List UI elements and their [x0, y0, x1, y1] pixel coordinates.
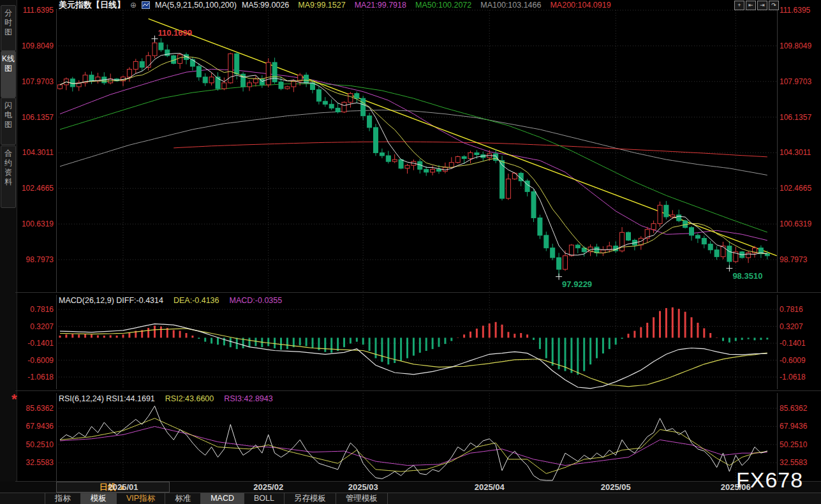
- axis-label: 0.7816: [780, 305, 803, 314]
- alert-icon: *: [11, 391, 17, 408]
- bottom-toolbar: 指标模板VIP指标标准MACDBOLL另存模板管理模板: [0, 493, 821, 504]
- indicator-value-label: MA21:99.7918: [355, 1, 406, 10]
- rsi-header: RSI(6,12,24) RSI1:44.1691RSI2:43.6600RSI…: [59, 394, 273, 403]
- axis-label: 106.1357: [780, 113, 811, 122]
- xaxis-row: 日线 ▲ 2025/012025/022025/032025/042025/05…: [0, 482, 821, 493]
- indicator-value-label: DEA:-0.4136: [174, 296, 219, 305]
- shift-right-icon[interactable]: ⇥: [757, 1, 767, 10]
- tab-template[interactable]: 模板: [81, 493, 117, 504]
- tab-standard[interactable]: 标准: [165, 493, 201, 504]
- panel-separator: [15, 292, 821, 293]
- axis-label: -0.6009: [27, 356, 54, 365]
- axis-label: 98.7973: [780, 255, 807, 264]
- axis-label: 102.4665: [22, 184, 54, 193]
- chart-header: 美元指数【日线】 ⊕ MA(5,9,21,50,100,200) MA5:99.…: [59, 1, 611, 10]
- expand-icon[interactable]: ⊕: [130, 1, 137, 10]
- indicator-value-label: RSI2:43.6600: [165, 394, 214, 403]
- month-label: 2025/03: [348, 482, 378, 492]
- rsi-chart-canvas[interactable]: [56, 393, 778, 481]
- tab-manage-template[interactable]: 管理模板: [336, 493, 388, 504]
- axis-label: -0.1401: [27, 339, 54, 348]
- svg-text:97.9229: 97.9229: [562, 279, 592, 289]
- axis-label: 104.3011: [780, 148, 811, 157]
- ma-settings-label: MA(5,9,21,50,100,200): [155, 1, 237, 10]
- axis-label: 111.6395: [23, 6, 54, 15]
- indicator-value-label: MACD(26,12,9) DIFF:-0.4314: [59, 296, 163, 305]
- panel-separator: [15, 390, 821, 391]
- axis-label: 106.1357: [22, 113, 54, 122]
- indicator-value-label: RSI3:42.8943: [224, 394, 272, 403]
- axis-label: 67.9436: [780, 422, 807, 431]
- indicator-value-label: MA5:99.0026: [242, 1, 289, 10]
- axis-label: -1.0618: [780, 373, 806, 382]
- axis-label: 107.9703: [22, 77, 54, 86]
- axis-label: 100.6319: [780, 219, 811, 228]
- shift-left-icon[interactable]: ⇤: [746, 1, 756, 10]
- month-label: 2025/02: [253, 482, 283, 492]
- macd-chart-canvas[interactable]: [56, 295, 778, 389]
- axis-label: 98.7973: [26, 255, 54, 264]
- indicator-value-label: MA50:100.2072: [415, 1, 471, 10]
- axis-label: 109.8049: [22, 41, 54, 50]
- axis-label: 100.6319: [22, 219, 54, 228]
- indicator-value-label: MA200:104.0919: [550, 1, 610, 10]
- axis-label: 107.9703: [780, 77, 811, 86]
- indicator-value-label: RSI(6,12,24) RSI1:44.1691: [59, 394, 155, 403]
- indicator-value-label: MA9:99.1527: [298, 1, 345, 10]
- export-icon[interactable]: ↷: [769, 1, 779, 10]
- axis-label: 85.6362: [780, 404, 807, 413]
- main-chart-canvas[interactable]: 110.169997.922998.3510: [56, 9, 778, 292]
- axis-label: 109.8049: [780, 41, 811, 50]
- axis-label: 50.2510: [26, 440, 54, 449]
- axis-label: 111.6395: [780, 6, 810, 15]
- axis-label: 32.5583: [780, 458, 807, 467]
- axis-label: 67.9436: [26, 422, 54, 431]
- axis-label: 0.3207: [780, 322, 803, 331]
- axis-label: 85.6362: [26, 404, 54, 413]
- axis-left-column: 111.6395109.8049107.9703106.1357104.3011…: [14, 0, 54, 482]
- axis-label: -0.6009: [780, 356, 806, 365]
- axis-label: 0.7816: [30, 305, 54, 314]
- chart-toolbar-icons: +⇤⇥↷: [734, 1, 779, 10]
- tab-macd[interactable]: MACD: [201, 493, 244, 504]
- app-root: 分时图K线图闪电图合约资料 美元指数【日线】 ⊕ MA(5,9,21,50,10…: [0, 0, 821, 504]
- axis-label: 32.5583: [26, 458, 54, 467]
- month-label: 2025/04: [475, 482, 505, 492]
- indicator-value-label: MA100:103.1466: [480, 1, 541, 10]
- month-label: 2025/01: [108, 482, 138, 492]
- tab-boll[interactable]: BOLL: [244, 493, 285, 504]
- indicator-value-label: MACD:-0.0355: [230, 296, 283, 305]
- axis-label: -1.0618: [27, 373, 54, 382]
- svg-text:98.3510: 98.3510: [732, 271, 762, 281]
- symbol-title: 美元指数【日线】: [59, 0, 125, 11]
- svg-text:110.1699: 110.1699: [158, 28, 193, 38]
- crosshair-icon[interactable]: +: [734, 1, 744, 10]
- axis-label: 104.3011: [22, 148, 54, 157]
- axis-label: 0.3207: [30, 322, 54, 331]
- axis-label: 50.2510: [780, 440, 807, 449]
- tab-indicator[interactable]: 指标: [45, 493, 81, 504]
- axis-label: 102.4665: [780, 184, 811, 193]
- watermark: FX678: [736, 468, 803, 493]
- ma-readouts: MA5:99.0026MA9:99.1527MA21:99.7918MA50:1…: [242, 1, 611, 10]
- ma-settings-icon[interactable]: [142, 1, 150, 9]
- tab-vip-indicator[interactable]: VIP指标: [117, 493, 165, 504]
- tab-save-template[interactable]: 另存模板: [285, 493, 336, 504]
- axis-label: -0.1401: [780, 339, 806, 348]
- axis-right-column: 111.6395109.8049107.9703106.1357104.3011…: [780, 0, 820, 482]
- month-label: 2025/05: [601, 482, 631, 492]
- macd-header: MACD(26,12,9) DIFF:-0.4314DEA:-0.4136MAC…: [59, 296, 282, 305]
